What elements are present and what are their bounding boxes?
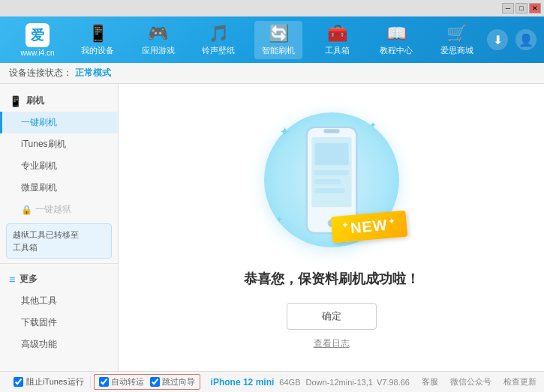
nav-ringtones[interactable]: 🎵 铃声壁纸 xyxy=(194,21,242,59)
sidebar-section-more: ≡ 更多 xyxy=(0,268,118,290)
svg-rect-6 xyxy=(314,179,341,184)
sidebar-notice: 越狱工具已转移至工具箱 xyxy=(6,223,112,259)
nav-smart-flash[interactable]: 🔄 智能刷机 xyxy=(254,21,302,59)
nav-shop[interactable]: 🛒 爱思商城 xyxy=(433,21,481,59)
logo[interactable]: 爱 www.i4.cn xyxy=(8,23,68,57)
checkbox-group: 自动转运 跳过向导 xyxy=(94,374,200,390)
shop-icon: 🛒 xyxy=(446,24,467,43)
skip-wizard-checkbox-item[interactable]: 跳过向导 xyxy=(150,376,195,388)
svg-rect-5 xyxy=(314,170,348,175)
header: 爱 www.i4.cn 📱 我的设备 🎮 应用游戏 🎵 铃声壁纸 🔄 智能刷机 … xyxy=(0,16,544,63)
sidebar-item-advanced[interactable]: 高级功能 xyxy=(0,334,118,355)
apps-label: 应用游戏 xyxy=(142,45,175,56)
content-area: ✦ ✦ ✦ NEW 恭喜您，保资料刷机成功啦！ xyxy=(119,84,544,371)
nav-my-device[interactable]: 📱 我的设备 xyxy=(74,21,122,59)
toolbox-label: 工具箱 xyxy=(325,45,350,56)
bottom-left: 阻止iTunes运行 自动转运 跳过向导 iPhone 12 mini 64GB… xyxy=(8,374,377,390)
sidebar-item-other-tools[interactable]: 其他工具 xyxy=(0,290,118,312)
auto-transfer-checkbox[interactable] xyxy=(99,377,109,387)
device-info: iPhone 12 mini 64GB Down-12mini-13,1 xyxy=(211,377,373,388)
stop-itunes-checkbox[interactable] xyxy=(14,377,23,387)
skip-wizard-checkbox[interactable] xyxy=(150,377,160,387)
wechat-public-link[interactable]: 微信公众号 xyxy=(450,376,491,388)
customer-service-link[interactable]: 客服 xyxy=(422,376,438,388)
sidebar: 📱 刷机 一键刷机 iTunes刷机 专业刷机 微显刷机 🔒 一键越狱 越狱工具… xyxy=(0,84,119,371)
success-illustration: ✦ ✦ ✦ NEW xyxy=(257,105,407,255)
nav-apps-games[interactable]: 🎮 应用游戏 xyxy=(134,21,182,59)
my-device-label: 我的设备 xyxy=(81,45,114,56)
shop-label: 爱思商城 xyxy=(440,45,473,56)
skip-wizard-label: 跳过向导 xyxy=(162,376,195,388)
flash-section-icon: 📱 xyxy=(9,95,22,107)
tutorials-label: 教程中心 xyxy=(380,45,413,56)
auto-transfer-checkbox-item[interactable]: 自动转运 xyxy=(99,376,144,388)
sidebar-divider xyxy=(0,263,118,264)
status-label: 设备连接状态： xyxy=(9,67,72,79)
svg-rect-2 xyxy=(323,129,339,133)
apps-icon: 🎮 xyxy=(148,24,168,43)
auto-transfer-label: 自动转运 xyxy=(111,376,144,388)
download-button[interactable]: ⬇ xyxy=(487,29,508,50)
my-device-icon: 📱 xyxy=(88,24,108,43)
title-bar: ─ □ ✕ xyxy=(0,0,544,16)
version-label: V7.98.66 xyxy=(377,378,410,387)
stop-itunes-label: 阻止iTunes运行 xyxy=(8,376,91,388)
sparkle-3: ✦ xyxy=(275,214,283,225)
sparkle-2: ✦ xyxy=(369,120,377,130)
svg-rect-7 xyxy=(314,188,344,193)
nav-tutorials[interactable]: 📖 教程中心 xyxy=(372,21,420,59)
bottom-bar: 阻止iTunes运行 自动转运 跳过向导 iPhone 12 mini 64GB… xyxy=(0,371,544,392)
flash-section-label: 刷机 xyxy=(26,94,44,107)
nav-right-buttons: ⬇ 👤 xyxy=(487,29,536,50)
check-update-link[interactable]: 检查更新 xyxy=(503,376,536,388)
device-firmware: Down-12mini-13,1 xyxy=(306,378,373,387)
close-button[interactable]: ✕ xyxy=(529,3,541,13)
sidebar-item-pro-flash[interactable]: 专业刷机 xyxy=(0,155,118,177)
sidebar-section-flash: 📱 刷机 xyxy=(0,90,118,112)
user-button[interactable]: 👤 xyxy=(515,29,536,50)
sidebar-item-one-click-flash[interactable]: 一键刷机 xyxy=(0,112,118,133)
new-badge: NEW xyxy=(330,211,407,244)
device-name: iPhone 12 mini xyxy=(211,377,275,388)
minimize-button[interactable]: ─ xyxy=(502,3,514,13)
logo-url: www.i4.cn xyxy=(20,49,54,57)
main-layout: 📱 刷机 一键刷机 iTunes刷机 专业刷机 微显刷机 🔒 一键越狱 越狱工具… xyxy=(0,84,544,371)
nav-toolbox[interactable]: 🧰 工具箱 xyxy=(315,21,360,59)
ringtones-icon: 🎵 xyxy=(209,24,229,43)
tutorials-icon: 📖 xyxy=(386,24,407,43)
jailbreak-label: 一键越狱 xyxy=(35,203,71,216)
sidebar-item-micro-flash[interactable]: 微显刷机 xyxy=(0,177,118,199)
status-value: 正常模式 xyxy=(75,67,111,79)
more-section-label: 更多 xyxy=(20,273,38,286)
svg-rect-4 xyxy=(314,143,348,165)
bottom-right: V7.98.66 客服 微信公众号 检查更新 xyxy=(377,376,536,388)
sparkle-1: ✦ xyxy=(279,124,290,140)
nav-items: 📱 我的设备 🎮 应用游戏 🎵 铃声壁纸 🔄 智能刷机 🧰 工具箱 📖 教程中心… xyxy=(68,21,487,59)
device-storage: 64GB xyxy=(279,378,300,387)
confirm-button[interactable]: 确定 xyxy=(287,303,377,330)
revisit-log-link[interactable]: 查看日志 xyxy=(314,337,350,350)
sidebar-item-itunes-flash[interactable]: iTunes刷机 xyxy=(0,133,118,155)
smart-flash-icon: 🔄 xyxy=(269,24,289,43)
status-bar: 设备连接状态： 正常模式 xyxy=(0,63,544,84)
restore-button[interactable]: □ xyxy=(515,3,527,13)
sidebar-item-download-firmware[interactable]: 下载固件 xyxy=(0,312,118,334)
stop-itunes-text: 阻止iTunes运行 xyxy=(26,376,84,388)
toolbox-icon: 🧰 xyxy=(327,24,347,43)
success-message: 恭喜您，保资料刷机成功啦！ xyxy=(244,270,419,288)
smart-flash-label: 智能刷机 xyxy=(262,45,295,56)
more-section-icon: ≡ xyxy=(9,274,15,286)
ringtones-label: 铃声壁纸 xyxy=(202,45,235,56)
sidebar-item-jailbreak-disabled: 🔒 一键越狱 xyxy=(0,199,118,220)
logo-icon: 爱 xyxy=(26,23,50,47)
lock-icon: 🔒 xyxy=(21,205,32,215)
